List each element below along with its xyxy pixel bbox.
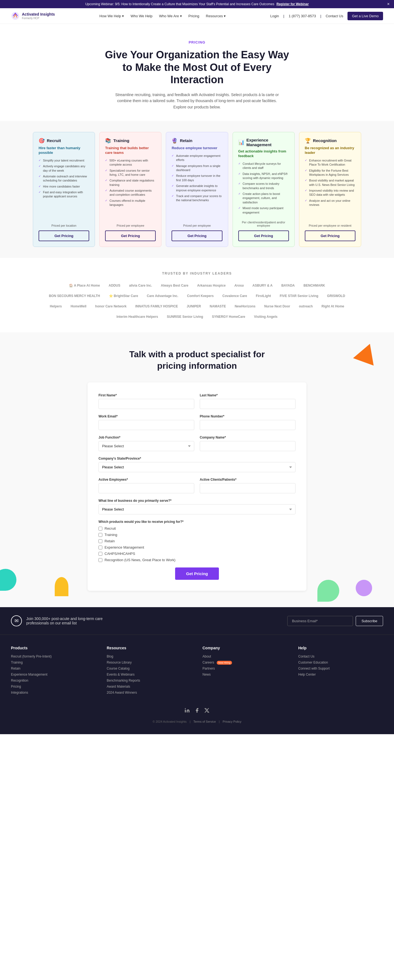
logo-newhorizons: NewHorizons <box>235 304 256 308</box>
nav-who-we-are[interactable]: Who We Are ▾ <box>159 14 182 18</box>
recognition-get-pricing-button[interactable]: Get Pricing <box>305 231 356 241</box>
form-title: Talk with a product specialist for prici… <box>129 349 265 371</box>
retain-feature-2: Manage employees from a single dashboard <box>172 164 222 172</box>
banner-link[interactable]: Register for Webinar <box>276 2 309 6</box>
subscribe-button[interactable]: Subscribe <box>356 616 383 626</box>
footer-link-contact-us[interactable]: Contact Us <box>298 654 383 659</box>
footer-link-recognition[interactable]: Recognition <box>11 679 96 682</box>
footer-link-support[interactable]: Connect with Support <box>298 667 383 670</box>
retain-get-pricing-button[interactable]: Get Pricing <box>172 231 222 241</box>
footer-link-resource-library[interactable]: Resource Library <box>107 660 192 664</box>
footer-link-blog[interactable]: Blog <box>107 654 192 659</box>
last-name-input[interactable] <box>200 399 296 409</box>
facebook-link[interactable] <box>194 708 200 714</box>
recognition-icon: 🏆 <box>305 138 311 144</box>
cahps-checkbox[interactable] <box>98 552 102 556</box>
footer-products-heading: Products <box>11 646 96 650</box>
experience-subtitle: Get actionable insights from feedback <box>238 149 289 159</box>
first-name-input[interactable] <box>98 399 194 409</box>
experience-feature-5: Mixed mode survey participant engagement <box>238 206 289 215</box>
job-function-select[interactable]: Please Select <box>98 441 194 451</box>
footer-link-retain[interactable]: Retain <box>11 667 96 670</box>
terms-link[interactable]: Terms of Service <box>194 720 216 723</box>
recognition-header: 🏆 Recognition <box>305 138 356 144</box>
logo-five-star: FIVE STAR Senior Living <box>280 294 318 298</box>
nav-who-we-help[interactable]: Who We Help <box>130 14 153 18</box>
logo-bon-secours: BON SECOURS MERCY HEALTH <box>49 294 100 298</box>
logo-innatus: INNATUS FAMILY HOSPICE <box>135 304 178 308</box>
nav-divider2: | <box>320 14 321 18</box>
footer-link-pricing[interactable]: Pricing <box>11 685 96 689</box>
footer-link-help-center[interactable]: Help Center <box>298 673 383 676</box>
experience-get-pricing-button[interactable]: Get Pricing <box>238 231 289 241</box>
logo-visiting-angels: Visiting Angels <box>254 315 278 319</box>
footer-link-recruit[interactable]: Recruit (formerly Pre-Intent) <box>11 654 96 659</box>
footer-link-news[interactable]: News <box>202 673 287 676</box>
nav-contact[interactable]: Contact Us <box>326 14 343 18</box>
form-submit-button[interactable]: Get Pricing <box>175 568 219 580</box>
recruit-get-pricing-button[interactable]: Get Pricing <box>38 231 89 241</box>
nav-phone[interactable]: 1 (877) 307-8573 <box>289 14 316 18</box>
footer-link-training[interactable]: Training <box>11 660 96 664</box>
copyright-text: © 2024 Activated Insights <box>153 720 187 723</box>
linkedin-link[interactable] <box>184 708 190 714</box>
experience-card: 📊 Experience Management Get actionable i… <box>233 132 295 247</box>
checkbox-cahps: CAHPS/HHCAHPS <box>98 552 296 556</box>
experience-checkbox[interactable] <box>98 546 102 549</box>
logo[interactable]: Activated Insights Formerly HCP <box>11 11 55 20</box>
email-input[interactable] <box>98 420 194 430</box>
logo-sub: Formerly HCP <box>22 17 55 20</box>
shape-yellow <box>55 577 68 596</box>
footer-link-about[interactable]: About <box>202 654 287 659</box>
contact-row: Work Email* Phone Number* <box>98 414 296 430</box>
footer-help: Help Contact Us Customer Education Conne… <box>298 646 383 697</box>
trusted-section: TRUSTED BY INDUSTRY LEADERS 🏠 A Place At… <box>0 258 394 332</box>
recruit-feature-5: Fast and easy integration with popular a… <box>38 190 89 199</box>
experience-pricing: Per client/resident/patient and/or emplo… <box>238 221 289 227</box>
footer-link-careers[interactable]: Careers Now Hiring <box>202 660 287 664</box>
footer-link-benchmarking[interactable]: Benchmarking Reports <box>107 679 192 682</box>
retain-card: 🔮 Retain Reduce employee turnover Automa… <box>166 132 228 247</box>
logo-icon <box>11 11 20 20</box>
footer-link-award-winners[interactable]: 2024 Award Winners <box>107 690 192 695</box>
last-name-group: Last Name* <box>200 393 296 409</box>
nav-pricing[interactable]: Pricing <box>189 14 199 18</box>
business-select[interactable]: Please Select <box>98 504 296 514</box>
footer-link-events[interactable]: Events & Webinars <box>107 673 192 676</box>
retain-feature-3: Reduce employee turnover in the first 10… <box>172 174 222 182</box>
footer-link-award-materials[interactable]: Award Materials <box>107 685 192 689</box>
nav-login[interactable]: Login <box>270 14 279 18</box>
retain-subtitle: Reduce employee turnover <box>172 146 222 151</box>
recognition-checkbox[interactable] <box>98 558 102 562</box>
nav-cta-button[interactable]: Get a Live Demo <box>348 12 383 20</box>
state-select[interactable]: Please Select <box>98 462 296 472</box>
training-get-pricing-button[interactable]: Get Pricing <box>105 231 156 241</box>
email-signup-input[interactable] <box>287 616 353 626</box>
twitter-link[interactable] <box>204 708 210 714</box>
close-icon[interactable]: × <box>387 2 389 6</box>
footer-link-experience[interactable]: Experience Management <box>11 673 96 676</box>
clients-input[interactable] <box>200 483 296 493</box>
footer-link-course-catalog[interactable]: Course Catalog <box>107 667 192 670</box>
footer: Products Recruit (formerly Pre-Intent) T… <box>0 635 394 734</box>
company-input[interactable] <box>200 441 296 451</box>
nav-how-we-help[interactable]: How We Help ▾ <box>99 14 124 18</box>
privacy-link[interactable]: Privacy Policy <box>223 720 241 723</box>
recognition-subtitle: Be recognized as an industry leader <box>305 146 356 155</box>
footer-link-partners[interactable]: Partners <box>202 667 287 670</box>
experience-title: Experience Management <box>246 138 289 147</box>
form-section-wrapper: Talk with a product specialist for prici… <box>0 332 394 607</box>
footer-link-customer-education[interactable]: Customer Education <box>298 660 383 664</box>
shape-purple <box>356 580 372 596</box>
retain-checkbox[interactable] <box>98 539 102 543</box>
banner-text: Upcoming Webinar: 9/5: How to Intentiona… <box>85 2 275 6</box>
phone-input[interactable] <box>200 420 296 430</box>
employees-input[interactable] <box>98 483 194 493</box>
retain-feature-5: Track and compare your scores to the nat… <box>172 194 222 202</box>
footer-link-integrations[interactable]: Integrations <box>11 690 96 695</box>
cahps-checkbox-label: CAHPS/HHCAHPS <box>105 552 135 556</box>
training-checkbox[interactable] <box>98 533 102 537</box>
nav-resources[interactable]: Resources ▾ <box>206 14 226 18</box>
logo-nurse-next-door: Nurse Next Door <box>264 304 290 308</box>
recruit-checkbox[interactable] <box>98 527 102 530</box>
